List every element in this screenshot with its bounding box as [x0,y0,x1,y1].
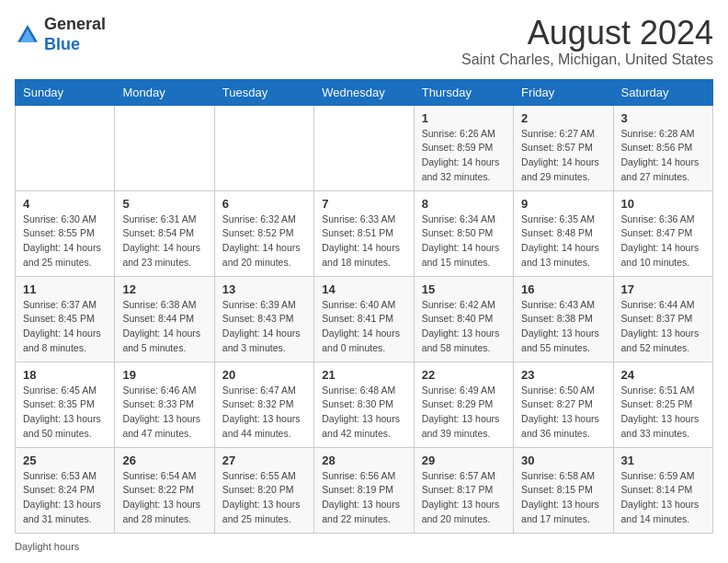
day-detail: Sunrise: 6:37 AMSunset: 8:45 PMDaylight:… [23,298,107,356]
calendar-cell: 20Sunrise: 6:47 AMSunset: 8:32 PMDayligh… [214,362,313,447]
page-header: General Blue August 2024 Saint Charles, … [15,15,713,68]
day-number: 20 [222,368,306,382]
calendar-cell: 8Sunrise: 6:34 AMSunset: 8:50 PMDaylight… [414,190,513,276]
logo-general: General [44,15,106,33]
calendar-cell: 26Sunrise: 6:54 AMSunset: 8:22 PMDayligh… [115,447,214,533]
day-detail: Sunrise: 6:55 AMSunset: 8:20 PMDaylight:… [222,469,306,527]
calendar-cell [214,105,313,190]
day-detail: Sunrise: 6:39 AMSunset: 8:43 PMDaylight:… [222,298,306,356]
calendar-cell: 1Sunrise: 6:26 AMSunset: 8:59 PMDaylight… [414,105,513,190]
day-detail: Sunrise: 6:45 AMSunset: 8:35 PMDaylight:… [23,384,107,442]
footer: Daylight hours [15,541,713,552]
day-detail: Sunrise: 6:47 AMSunset: 8:32 PMDaylight:… [222,384,306,442]
day-number: 26 [122,454,206,467]
day-number: 3 [621,111,705,125]
calendar-cell: 30Sunrise: 6:58 AMSunset: 8:15 PMDayligh… [514,447,613,533]
calendar-cell: 16Sunrise: 6:43 AMSunset: 8:38 PMDayligh… [514,276,613,362]
day-detail: Sunrise: 6:43 AMSunset: 8:38 PMDaylight:… [521,298,605,356]
logo: General Blue [15,15,106,54]
day-number: 6 [222,197,306,211]
calendar-cell: 3Sunrise: 6:28 AMSunset: 8:56 PMDaylight… [613,105,712,190]
calendar-cell [314,105,414,190]
calendar-cell: 14Sunrise: 6:40 AMSunset: 8:41 PMDayligh… [314,276,414,362]
day-number: 13 [222,282,306,296]
calendar-cell: 13Sunrise: 6:39 AMSunset: 8:43 PMDayligh… [214,276,313,362]
day-detail: Sunrise: 6:38 AMSunset: 8:44 PMDaylight:… [122,298,206,356]
day-of-week-header: Thursday [414,79,513,105]
day-of-week-header: Tuesday [214,79,313,105]
day-detail: Sunrise: 6:34 AMSunset: 8:50 PMDaylight:… [422,213,506,270]
day-number: 9 [521,197,605,211]
calendar-cell: 19Sunrise: 6:46 AMSunset: 8:33 PMDayligh… [115,362,214,447]
calendar-cell: 31Sunrise: 6:59 AMSunset: 8:14 PMDayligh… [613,447,712,533]
day-number: 14 [322,282,405,296]
calendar-week-row: 4Sunrise: 6:30 AMSunset: 8:55 PMDaylight… [16,190,713,276]
day-number: 17 [621,282,705,296]
day-detail: Sunrise: 6:58 AMSunset: 8:15 PMDaylight:… [521,469,605,527]
day-number: 21 [322,368,405,382]
day-number: 7 [322,197,405,211]
day-detail: Sunrise: 6:30 AMSunset: 8:55 PMDaylight:… [23,213,107,270]
day-number: 16 [521,282,605,296]
calendar-cell: 21Sunrise: 6:48 AMSunset: 8:30 PMDayligh… [314,362,414,447]
day-detail: Sunrise: 6:51 AMSunset: 8:25 PMDaylight:… [621,384,705,442]
day-detail: Sunrise: 6:48 AMSunset: 8:30 PMDaylight:… [322,384,405,442]
calendar-cell: 2Sunrise: 6:27 AMSunset: 8:57 PMDaylight… [514,105,613,190]
day-number: 19 [122,368,206,382]
day-number: 30 [521,454,605,467]
day-detail: Sunrise: 6:27 AMSunset: 8:57 PMDaylight:… [521,127,605,185]
calendar-week-row: 25Sunrise: 6:53 AMSunset: 8:24 PMDayligh… [16,447,713,533]
calendar-cell: 7Sunrise: 6:33 AMSunset: 8:51 PMDaylight… [314,190,414,276]
calendar-cell: 24Sunrise: 6:51 AMSunset: 8:25 PMDayligh… [613,362,712,447]
calendar-cell: 5Sunrise: 6:31 AMSunset: 8:54 PMDaylight… [115,190,214,276]
day-number: 22 [422,368,506,382]
calendar-week-row: 11Sunrise: 6:37 AMSunset: 8:45 PMDayligh… [16,276,713,362]
calendar-cell: 29Sunrise: 6:57 AMSunset: 8:17 PMDayligh… [414,447,513,533]
calendar-cell: 9Sunrise: 6:35 AMSunset: 8:48 PMDaylight… [514,190,613,276]
day-detail: Sunrise: 6:35 AMSunset: 8:48 PMDaylight:… [521,213,605,270]
day-number: 15 [422,282,506,296]
calendar-cell [115,105,214,190]
day-detail: Sunrise: 6:32 AMSunset: 8:52 PMDaylight:… [222,213,306,270]
logo-text: General Blue [44,15,106,54]
day-detail: Sunrise: 6:57 AMSunset: 8:17 PMDaylight:… [422,469,506,527]
day-detail: Sunrise: 6:49 AMSunset: 8:29 PMDaylight:… [422,384,506,442]
calendar-week-row: 18Sunrise: 6:45 AMSunset: 8:35 PMDayligh… [16,362,713,447]
calendar-cell: 15Sunrise: 6:42 AMSunset: 8:40 PMDayligh… [414,276,513,362]
day-detail: Sunrise: 6:44 AMSunset: 8:37 PMDaylight:… [621,298,705,356]
day-number: 25 [23,454,107,467]
day-detail: Sunrise: 6:46 AMSunset: 8:33 PMDaylight:… [122,384,206,442]
day-detail: Sunrise: 6:42 AMSunset: 8:40 PMDaylight:… [422,298,506,356]
calendar-cell: 12Sunrise: 6:38 AMSunset: 8:44 PMDayligh… [115,276,214,362]
calendar-cell: 28Sunrise: 6:56 AMSunset: 8:19 PMDayligh… [314,447,414,533]
day-number: 28 [322,454,405,467]
day-of-week-header: Saturday [613,79,712,105]
calendar-cell: 10Sunrise: 6:36 AMSunset: 8:47 PMDayligh… [613,190,712,276]
day-detail: Sunrise: 6:28 AMSunset: 8:56 PMDaylight:… [621,127,705,185]
day-number: 8 [422,197,506,211]
day-detail: Sunrise: 6:31 AMSunset: 8:54 PMDaylight:… [122,213,206,270]
calendar-week-row: 1Sunrise: 6:26 AMSunset: 8:59 PMDaylight… [16,105,713,190]
calendar-cell [16,105,115,190]
day-number: 4 [23,197,107,211]
calendar-cell: 18Sunrise: 6:45 AMSunset: 8:35 PMDayligh… [16,362,115,447]
day-detail: Sunrise: 6:54 AMSunset: 8:22 PMDaylight:… [122,469,206,527]
day-number: 24 [621,368,705,382]
day-number: 5 [122,197,206,211]
month-title: August 2024 [461,15,713,52]
day-detail: Sunrise: 6:56 AMSunset: 8:19 PMDaylight:… [322,469,405,527]
day-number: 23 [521,368,605,382]
day-detail: Sunrise: 6:36 AMSunset: 8:47 PMDaylight:… [621,213,705,270]
day-of-week-header: Wednesday [314,79,414,105]
calendar-cell: 6Sunrise: 6:32 AMSunset: 8:52 PMDaylight… [214,190,313,276]
day-detail: Sunrise: 6:50 AMSunset: 8:27 PMDaylight:… [521,384,605,442]
calendar-table: SundayMondayTuesdayWednesdayThursdayFrid… [15,79,713,534]
day-of-week-header: Monday [115,79,214,105]
day-number: 29 [422,454,506,467]
day-number: 2 [521,111,605,125]
calendar-cell: 11Sunrise: 6:37 AMSunset: 8:45 PMDayligh… [16,276,115,362]
calendar-cell: 23Sunrise: 6:50 AMSunset: 8:27 PMDayligh… [514,362,613,447]
day-number: 10 [621,197,705,211]
calendar-cell: 4Sunrise: 6:30 AMSunset: 8:55 PMDaylight… [16,190,115,276]
day-of-week-header: Friday [514,79,613,105]
